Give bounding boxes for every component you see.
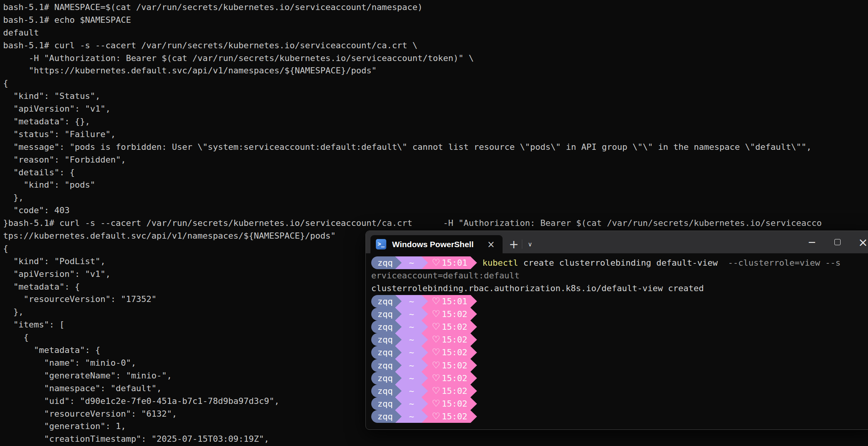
powerline-arrow-icon xyxy=(421,359,428,372)
terminal-line: zqq~♡15:02 xyxy=(371,397,868,410)
prompt-time: 15:02 xyxy=(442,321,467,333)
powerline-arrow-icon xyxy=(471,308,477,321)
prompt-user-segment: zqq xyxy=(371,385,395,397)
prompt-dir-segment: ~ xyxy=(402,346,421,359)
bash-output-line: bash-5.1# curl -s --cacert /var/run/secr… xyxy=(3,39,868,52)
terminal-line: zqq~♡15:02 xyxy=(371,372,868,385)
close-icon: × xyxy=(858,236,868,249)
powerline-arrow-icon xyxy=(471,256,477,269)
bash-output-line: "code": 403 xyxy=(3,204,868,217)
terminal-output-text: erviceaccount=default:default xyxy=(371,269,520,282)
prompt-user-segment: zqq xyxy=(371,321,395,333)
bash-output-line: default xyxy=(3,27,868,39)
bash-output-line: "details": { xyxy=(3,166,868,179)
powerline-arrow-icon xyxy=(395,397,402,410)
heart-icon: ♡ xyxy=(432,359,440,372)
prompt-dir-segment: ~ xyxy=(402,397,421,410)
powerline-arrow-icon xyxy=(395,359,402,372)
powerline-arrow-icon xyxy=(395,372,402,385)
powerline-arrow-icon xyxy=(395,346,402,359)
powershell-titlebar[interactable]: >_ Windows PowerShell × + ∨ − × xyxy=(366,231,868,253)
bash-output-line: { xyxy=(3,77,868,90)
terminal-line: zqq~♡15:02 xyxy=(371,410,868,423)
minimize-button[interactable]: − xyxy=(799,231,825,253)
prompt-user-segment: zqq xyxy=(371,256,395,269)
prompt-time-segment: ♡15:02 xyxy=(428,321,471,333)
prompt-dir-segment: ~ xyxy=(402,256,421,269)
bash-output-line: "apiVersion": "v1", xyxy=(3,103,868,115)
prompt-time: 15:02 xyxy=(442,346,467,359)
prompt-time-segment: ♡15:02 xyxy=(428,397,471,410)
new-tab-button[interactable]: + xyxy=(506,235,522,253)
bash-output-line: "status": "Failure", xyxy=(3,128,868,141)
prompt-time-segment: ♡15:01 xyxy=(428,256,471,269)
terminal-line: zqq~♡15:01kubectl create clusterrolebind… xyxy=(371,256,868,269)
prompt-time-segment: ♡15:02 xyxy=(428,372,471,385)
powerline-arrow-icon xyxy=(421,372,428,385)
close-button[interactable]: × xyxy=(850,231,868,253)
prompt-time-segment: ♡15:02 xyxy=(428,385,471,397)
prompt-time-segment: ♡15:02 xyxy=(428,359,471,372)
powerline-arrow-icon xyxy=(471,359,477,372)
prompt-time: 15:02 xyxy=(442,333,467,346)
heart-icon: ♡ xyxy=(432,397,440,410)
powershell-icon: >_ xyxy=(376,239,386,249)
prompt-time: 15:02 xyxy=(442,397,467,410)
heart-icon: ♡ xyxy=(432,372,440,385)
powerline-arrow-icon xyxy=(471,397,477,410)
prompt-time: 15:02 xyxy=(442,372,467,385)
prompt-time-segment: ♡15:02 xyxy=(428,410,471,423)
terminal-line: zqq~♡15:02 xyxy=(371,333,868,346)
tab-close-icon[interactable]: × xyxy=(486,239,496,250)
powerline-arrow-icon xyxy=(395,385,402,397)
heart-icon: ♡ xyxy=(432,333,440,346)
prompt-dir-segment: ~ xyxy=(402,410,421,423)
powerline-arrow-icon xyxy=(395,333,402,346)
powerline-arrow-icon xyxy=(395,295,402,308)
terminal-line: zqq~♡15:02 xyxy=(371,346,868,359)
powerline-arrow-icon xyxy=(421,308,428,321)
powerline-arrow-icon xyxy=(421,346,428,359)
maximize-button[interactable] xyxy=(825,231,850,253)
window-controls: − × xyxy=(799,231,868,253)
prompt-dir-segment: ~ xyxy=(402,385,421,397)
prompt-time-segment: ♡15:02 xyxy=(428,333,471,346)
command-token: create clusterrolebinding default-view xyxy=(518,256,723,269)
terminal-line: zqq~♡15:02 xyxy=(371,308,868,321)
prompt-time: 15:02 xyxy=(442,359,467,372)
prompt-time: 15:02 xyxy=(442,308,467,321)
bash-output-line: -H "Authorization: Bearer $(cat /var/run… xyxy=(3,52,868,65)
prompt-time: 15:02 xyxy=(442,410,467,423)
terminal-line: zqq~♡15:01 xyxy=(371,295,868,308)
powerline-arrow-icon xyxy=(421,321,428,333)
powerline-arrow-icon xyxy=(395,256,402,269)
prompt-time: 15:01 xyxy=(442,295,467,308)
tab-dropdown-button[interactable]: ∨ xyxy=(522,235,538,253)
bash-output-line: bash-5.1# NAMESPACE=$(cat /var/run/secre… xyxy=(3,1,868,14)
powershell-terminal-content[interactable]: zqq~♡15:01kubectl create clusterrolebind… xyxy=(366,253,868,423)
prompt-time-segment: ♡15:02 xyxy=(428,308,471,321)
tab-windows-powershell[interactable]: >_ Windows PowerShell × xyxy=(370,235,503,253)
tab-title: Windows PowerShell xyxy=(392,240,474,249)
heart-icon: ♡ xyxy=(432,385,440,397)
prompt-dir-segment: ~ xyxy=(402,295,421,308)
powerline-arrow-icon xyxy=(471,372,477,385)
powerline-arrow-icon xyxy=(471,346,477,359)
bash-output-line: bash-5.1# echo $NAMESPACE xyxy=(3,14,868,27)
powerline-arrow-icon xyxy=(421,397,428,410)
prompt-time-segment: ♡15:01 xyxy=(428,295,471,308)
bash-output-line: "metadata": {}, xyxy=(3,115,868,128)
prompt-time: 15:01 xyxy=(442,256,467,269)
terminal-line: zqq~♡15:02 xyxy=(371,385,868,397)
bash-output-line: "kind": "Status", xyxy=(3,90,868,103)
prompt-dir-segment: ~ xyxy=(402,321,421,333)
prompt-user-segment: zqq xyxy=(371,397,395,410)
bash-output-line: "reason": "Forbidden", xyxy=(3,154,868,166)
powerline-arrow-icon xyxy=(471,295,477,308)
powerline-arrow-icon xyxy=(471,321,477,333)
terminal-output-text: clusterrolebinding.rbac.authorization.k8… xyxy=(371,282,704,295)
heart-icon: ♡ xyxy=(432,346,440,359)
powerline-arrow-icon xyxy=(421,410,428,423)
powerline-arrow-icon xyxy=(471,333,477,346)
prompt-user-segment: zqq xyxy=(371,372,395,385)
